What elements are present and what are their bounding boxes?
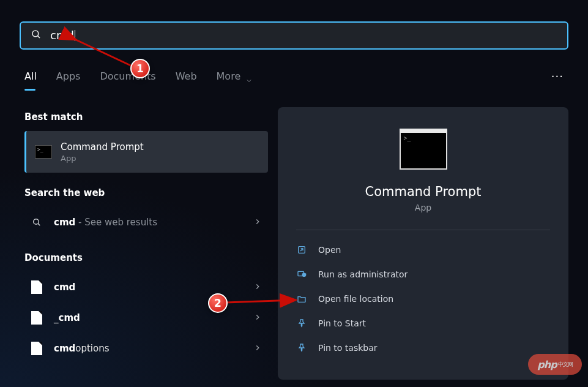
admin-icon [296,269,307,280]
document-icon [31,311,43,325]
open-icon [296,244,307,255]
svg-line-3 [38,224,40,225]
document-result[interactable]: _cmd [24,302,268,333]
documents-heading: Documents [24,252,268,263]
chevron-right-icon [253,343,262,355]
overflow-button[interactable]: ··· [551,70,564,91]
document-icon [31,342,43,355]
svg-line-1 [37,36,40,38]
document-name: _cmd [54,312,242,323]
best-match-subtitle: App [61,154,144,163]
separator [296,230,550,230]
web-result[interactable]: cmd - See web results [24,207,268,238]
tab-more[interactable]: More [217,70,241,91]
action-pin-start[interactable]: Pin to Start [290,311,556,336]
best-match-title: Command Prompt [61,141,144,152]
action-label: Run as administrator [318,269,408,279]
filter-tabs: All Apps Documents Web More ··· [24,70,564,91]
search-web-heading: Search the web [24,187,268,198]
preview-panel: Command Prompt App Open Run as administr… [278,107,568,380]
chevron-right-icon [253,217,262,228]
tab-web[interactable]: Web [176,70,197,91]
annotation-marker-1: 1 [130,59,150,78]
action-label: Open file location [318,294,393,304]
search-icon [31,217,43,227]
actions-list: Open Run as administrator Open file loca… [278,238,568,360]
best-match-item[interactable]: Command Prompt App [24,131,268,173]
search-icon [31,29,42,42]
search-bar[interactable]: cmd [20,21,568,50]
document-result[interactable]: cmdoptions [24,333,268,364]
preview-subtitle: App [278,203,568,212]
cmd-app-icon [35,145,52,159]
document-result[interactable]: cmd [24,272,268,302]
tab-all[interactable]: All [24,70,37,91]
action-run-admin[interactable]: Run as administrator [290,262,556,287]
folder-icon [296,293,307,304]
action-label: Pin to taskbar [318,343,378,353]
action-label: Open [318,245,341,255]
action-open-location[interactable]: Open file location [290,287,556,311]
pin-taskbar-icon [296,342,307,353]
action-open[interactable]: Open [290,238,556,262]
pin-start-icon [296,318,307,329]
chevron-right-icon [253,312,262,324]
chevron-right-icon [253,282,262,293]
document-name: cmdoptions [54,343,242,354]
preview-title: Command Prompt [278,184,568,199]
preview-app-icon [400,132,447,170]
results-panel: Best match Command Prompt App Search the… [24,111,268,364]
svg-point-2 [34,219,39,225]
best-match-heading: Best match [24,111,268,122]
action-pin-taskbar[interactable]: Pin to taskbar [290,336,556,360]
chevron-down-icon [245,77,253,85]
document-name: cmd [54,282,242,293]
svg-point-0 [32,31,39,37]
tab-apps[interactable]: Apps [56,70,81,91]
document-icon [31,280,43,294]
annotation-marker-2: 2 [208,293,228,313]
action-label: Pin to Start [318,318,366,328]
web-result-text: cmd - See web results [54,217,242,228]
search-input[interactable]: cmd [50,30,75,41]
watermark: php中文网 [528,354,582,375]
